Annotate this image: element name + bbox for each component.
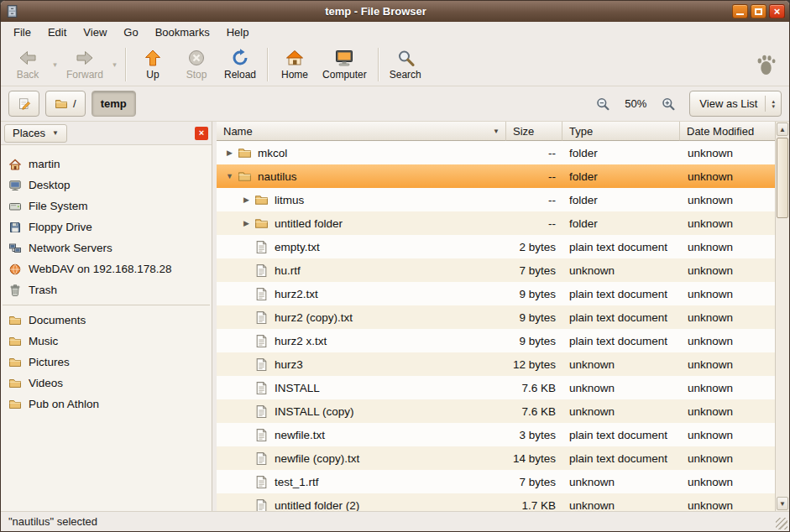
file-list: ▶ mkcol -- folder unknown ▼ nautilus -- … bbox=[217, 141, 775, 511]
vertical-scrollbar[interactable]: ▲ ▼ bbox=[775, 122, 789, 511]
search-button[interactable]: Search bbox=[384, 45, 427, 84]
file-row[interactable]: INSTALL (copy) 7.6 KB unknown unknown bbox=[217, 399, 775, 423]
menu-edit[interactable]: Edit bbox=[40, 23, 74, 41]
sidebar-place-item[interactable]: Desktop bbox=[1, 175, 212, 196]
file-name: untitled folder (2) bbox=[275, 499, 359, 512]
file-name: nautilus bbox=[258, 170, 297, 183]
window-title: temp - File Browser bbox=[24, 5, 727, 18]
file-row[interactable]: hu.rtf 7 bytes unknown unknown bbox=[217, 258, 775, 282]
close-sidebar-button[interactable]: × bbox=[195, 127, 208, 140]
place-label: Trash bbox=[29, 284, 57, 296]
maximize-button[interactable] bbox=[751, 4, 766, 18]
path-button-current[interactable]: temp bbox=[92, 91, 136, 117]
computer-button[interactable]: Computer bbox=[317, 45, 373, 84]
sidebar-place-item[interactable]: WebDAV on 192.168.178.28 bbox=[1, 258, 212, 279]
zoom-out-button[interactable] bbox=[591, 92, 615, 116]
maximize-icon bbox=[755, 8, 762, 15]
places-selector[interactable]: Places ▼ bbox=[4, 124, 67, 143]
file-row[interactable]: ▶ untitled folder -- folder unknown bbox=[217, 211, 775, 235]
column-header-name[interactable]: Name ▼ bbox=[217, 122, 506, 141]
file-date-modified: unknown bbox=[680, 194, 775, 206]
column-header-size[interactable]: Size bbox=[506, 122, 562, 141]
toggle-location-entry-button[interactable] bbox=[8, 91, 39, 117]
titlebar[interactable]: temp - File Browser × bbox=[1, 1, 789, 22]
expander-expanded-icon[interactable]: ▼ bbox=[222, 172, 238, 180]
home-button[interactable]: Home bbox=[273, 45, 317, 84]
file-row[interactable]: untitled folder (2) 1.7 KB unknown unkno… bbox=[217, 493, 775, 511]
sidebar-header: Places ▼ × bbox=[1, 122, 212, 145]
sidebar-place-item[interactable]: File System bbox=[1, 196, 212, 216]
home-icon bbox=[285, 48, 305, 68]
text-file-icon bbox=[254, 451, 269, 466]
menu-help[interactable]: Help bbox=[219, 23, 257, 41]
expander-collapsed-icon[interactable]: ▶ bbox=[238, 196, 254, 204]
column-header-date-modified[interactable]: Date Modified bbox=[680, 122, 775, 141]
resize-grip[interactable] bbox=[776, 518, 787, 529]
file-name: test_1.rtf bbox=[275, 476, 319, 488]
file-type: unknown bbox=[562, 476, 680, 488]
computer-group: Computer bbox=[317, 43, 373, 86]
path-button-root[interactable]: / bbox=[45, 91, 86, 117]
sidebar-place-item[interactable]: Videos bbox=[1, 373, 212, 394]
file-size: -- bbox=[506, 170, 562, 183]
search-label: Search bbox=[390, 69, 421, 81]
zoom-in-button[interactable] bbox=[657, 92, 680, 116]
file-row[interactable]: ▶ mkcol -- folder unknown bbox=[217, 141, 775, 164]
scroll-up-button[interactable]: ▲ bbox=[777, 123, 788, 136]
stop-group: Stop bbox=[175, 43, 218, 86]
text-file-icon bbox=[254, 334, 269, 348]
file-name: hurz2.txt bbox=[275, 288, 318, 300]
place-label: martin bbox=[29, 158, 60, 170]
folder-icon bbox=[55, 97, 68, 111]
file-type: unknown bbox=[562, 358, 680, 371]
file-size: 7.6 KB bbox=[506, 405, 562, 418]
view-mode-selector[interactable]: View as List ▴▾ bbox=[689, 91, 782, 117]
file-row[interactable]: ▼ nautilus -- folder unknown bbox=[217, 164, 775, 188]
minimize-button[interactable] bbox=[732, 4, 748, 18]
expander-collapsed-icon[interactable]: ▶ bbox=[238, 219, 254, 227]
folder-icon bbox=[8, 356, 22, 369]
sidebar-place-item[interactable]: Pictures bbox=[1, 352, 212, 373]
expander-collapsed-icon[interactable]: ▶ bbox=[222, 149, 238, 157]
file-row[interactable]: test_1.rtf 7 bytes unknown unknown bbox=[217, 470, 775, 493]
file-row[interactable]: INSTALL 7.6 KB unknown unknown bbox=[217, 376, 775, 399]
scrollbar-thumb[interactable] bbox=[777, 138, 788, 218]
file-row[interactable]: hurz2 x.txt 9 bytes plain text document … bbox=[217, 329, 775, 352]
text-file-icon bbox=[254, 428, 269, 442]
sidebar-place-item[interactable]: Trash bbox=[1, 279, 212, 300]
file-name: hu.rtf bbox=[275, 264, 301, 277]
menu-bookmarks[interactable]: Bookmarks bbox=[148, 23, 217, 41]
back-history-dropdown[interactable]: ▾ bbox=[50, 60, 60, 69]
scrollbar-track[interactable] bbox=[777, 137, 788, 496]
text-file-icon bbox=[254, 263, 269, 278]
file-browser-window: temp - File Browser × File Edit View Go … bbox=[0, 0, 790, 532]
close-button[interactable]: × bbox=[769, 4, 785, 18]
file-row[interactable]: hurz2 (copy).txt 9 bytes plain text docu… bbox=[217, 305, 775, 329]
sidebar-place-item[interactable]: Documents bbox=[1, 310, 212, 331]
back-button[interactable]: Back bbox=[6, 45, 50, 84]
sidebar-separator bbox=[3, 305, 210, 305]
sidebar-place-item[interactable]: martin bbox=[1, 154, 212, 175]
scroll-down-button[interactable]: ▼ bbox=[777, 497, 788, 510]
forward-button[interactable]: Forward bbox=[60, 45, 109, 84]
menu-view[interactable]: View bbox=[76, 23, 114, 41]
sidebar-place-item[interactable]: Floppy Drive bbox=[1, 216, 212, 237]
sidebar-place-item[interactable]: Music bbox=[1, 331, 212, 352]
reload-button[interactable]: Reload bbox=[218, 45, 262, 84]
column-header-type[interactable]: Type bbox=[562, 122, 680, 141]
stop-button[interactable]: Stop bbox=[175, 45, 218, 84]
path-current-label: temp bbox=[101, 97, 127, 110]
file-row[interactable]: newfile.txt 3 bytes plain text document … bbox=[217, 423, 775, 446]
file-row[interactable]: empty.txt 2 bytes plain text document un… bbox=[217, 235, 775, 258]
menu-go[interactable]: Go bbox=[116, 23, 145, 41]
sidebar-place-item[interactable]: Pub on Athlon bbox=[1, 394, 212, 415]
menu-file[interactable]: File bbox=[6, 23, 39, 41]
sidebar-place-item[interactable]: Network Servers bbox=[1, 237, 212, 258]
up-button[interactable]: Up bbox=[131, 45, 175, 84]
file-row[interactable]: newfile (copy).txt 14 bytes plain text d… bbox=[217, 446, 775, 470]
file-row[interactable]: hurz3 12 bytes unknown unknown bbox=[217, 352, 775, 376]
file-row[interactable]: ▶ litmus -- folder unknown bbox=[217, 188, 775, 211]
file-row[interactable]: hurz2.txt 9 bytes plain text document un… bbox=[217, 282, 775, 305]
view-mode-label: View as List bbox=[699, 97, 757, 110]
forward-history-dropdown[interactable]: ▾ bbox=[109, 60, 120, 69]
